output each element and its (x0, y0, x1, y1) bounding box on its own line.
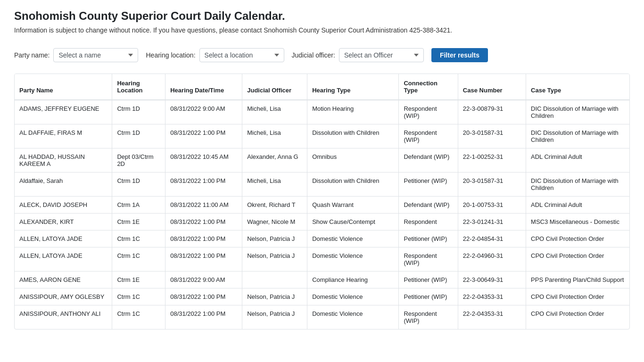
cell-case-type: CPO Civil Protection Order (526, 247, 629, 272)
cell-hearing-datetime: 08/31/2022 1:00 PM (165, 173, 242, 197)
judicial-officer-filter-group: Judicial officer: Select an Officer (292, 48, 424, 62)
cell-case-type: CPO Civil Protection Order (526, 288, 629, 305)
cell-hearing-datetime: 08/31/2022 9:00 AM (165, 272, 242, 288)
cell-hearing-type: Motion Hearing (307, 100, 399, 124)
cell-judicial-officer: Okrent, Richard T (242, 197, 307, 214)
cell-hearing-type: Compliance Hearing (307, 272, 399, 288)
filter-results-button[interactable]: Filter results (431, 48, 488, 62)
cell-case-number: 22-2-04854-31 (458, 230, 526, 247)
cell-connection-type: Petitioner (WIP) (399, 272, 458, 288)
cell-hearing-type: Quash Warrant (307, 197, 399, 214)
cell-hearing-location: Ctrm 1A (112, 197, 165, 214)
table-row: ANISSIPOUR, ANTHONY ALICtrm 1C08/31/2022… (15, 305, 629, 329)
hearing-location-filter-group: Hearing location: Select a location (146, 48, 284, 62)
cell-judicial-officer: Micheli, Lisa (242, 173, 307, 197)
cell-case-number: 22-2-04353-31 (458, 305, 526, 329)
cell-hearing-datetime: 08/31/2022 9:00 AM (165, 100, 242, 124)
cell-judicial-officer (242, 272, 307, 288)
cell-hearing-location: Ctrm 1D (112, 124, 165, 148)
cell-hearing-type: Omnibus (307, 148, 399, 173)
cell-party-name: AMES, AARON GENE (15, 272, 112, 288)
cell-case-number: 20-3-01587-31 (458, 124, 526, 148)
cell-case-type: DIC Dissolution of Marriage with Childre… (526, 173, 629, 197)
cell-judicial-officer: Micheli, Lisa (242, 124, 307, 148)
cell-hearing-type: Domestic Violence (307, 305, 399, 329)
cell-party-name: ALEXANDER, KIRT (15, 214, 112, 230)
cell-hearing-location: Ctrm 1C (112, 247, 165, 272)
party-name-select[interactable]: Select a name (53, 48, 138, 62)
cell-hearing-type: Domestic Violence (307, 247, 399, 272)
cell-party-name: ANISSIPOUR, ANTHONY ALI (15, 305, 112, 329)
cell-party-name: Aldaffaie, Sarah (15, 173, 112, 197)
cell-judicial-officer: Alexander, Anna G (242, 148, 307, 173)
header-party-name: Party Name (15, 74, 112, 100)
table-row: Aldaffaie, SarahCtrm 1D08/31/2022 1:00 P… (15, 173, 629, 197)
table-header-row: Party Name Hearing Location Hearing Date… (15, 74, 629, 100)
cell-connection-type: Respondent (WIP) (399, 247, 458, 272)
header-connection-type: Connection Type (399, 74, 458, 100)
cell-connection-type: Respondent (WIP) (399, 100, 458, 124)
cell-hearing-location: Ctrm 1D (112, 100, 165, 124)
cell-case-type: DIC Dissolution of Marriage with Childre… (526, 124, 629, 148)
cell-hearing-datetime: 08/31/2022 1:00 PM (165, 288, 242, 305)
table-row: ALLEN, LATOYA JADECtrm 1C08/31/2022 1:00… (15, 247, 629, 272)
cell-hearing-location: Ctrm 1C (112, 288, 165, 305)
cell-judicial-officer: Nelson, Patricia J (242, 247, 307, 272)
cell-case-type: ADL Criminal Adult (526, 148, 629, 173)
calendar-table-wrapper: Party Name Hearing Location Hearing Date… (14, 74, 630, 329)
cell-hearing-datetime: 08/31/2022 10:45 AM (165, 148, 242, 173)
cell-party-name: AL DAFFAIE, FIRAS M (15, 124, 112, 148)
hearing-location-select[interactable]: Select a location (199, 48, 284, 62)
cell-case-type: MSC3 Miscellaneous - Domestic (526, 214, 629, 230)
filter-bar: Party name: Select a name Hearing locati… (14, 48, 630, 62)
party-name-filter-group: Party name: Select a name (14, 48, 138, 62)
cell-case-number: 22-1-00252-31 (458, 148, 526, 173)
cell-connection-type: Defendant (WIP) (399, 197, 458, 214)
cell-hearing-type: Dissolution with Children (307, 124, 399, 148)
table-row: ANISSIPOUR, AMY OGLESBYCtrm 1C08/31/2022… (15, 288, 629, 305)
cell-connection-type: Petitioner (WIP) (399, 230, 458, 247)
table-row: ALECK, DAVID JOSEPHCtrm 1A08/31/2022 11:… (15, 197, 629, 214)
cell-hearing-location: Ctrm 1E (112, 272, 165, 288)
cell-case-number: 20-3-01587-31 (458, 173, 526, 197)
cell-hearing-datetime: 08/31/2022 1:00 PM (165, 247, 242, 272)
header-judicial-officer: Judicial Officer (242, 74, 307, 100)
calendar-table: Party Name Hearing Location Hearing Date… (15, 74, 629, 329)
cell-connection-type: Respondent (WIP) (399, 124, 458, 148)
table-row: ALLEN, LATOYA JADECtrm 1C08/31/2022 1:00… (15, 230, 629, 247)
cell-hearing-type: Domestic Violence (307, 230, 399, 247)
cell-judicial-officer: Wagner, Nicole M (242, 214, 307, 230)
table-row: ALEXANDER, KIRTCtrm 1E08/31/2022 1:00 PM… (15, 214, 629, 230)
cell-judicial-officer: Nelson, Patricia J (242, 305, 307, 329)
cell-hearing-type: Show Cause/Contempt (307, 214, 399, 230)
hearing-location-label: Hearing location: (146, 51, 195, 59)
table-row: AL HADDAD, HUSSAIN KAREEM ADept 03/Ctrm … (15, 148, 629, 173)
cell-party-name: ALLEN, LATOYA JADE (15, 230, 112, 247)
cell-party-name: AL HADDAD, HUSSAIN KAREEM A (15, 148, 112, 173)
judicial-officer-select[interactable]: Select an Officer (339, 48, 424, 62)
cell-case-type: PPS Parenting Plan/Child Support (526, 272, 629, 288)
cell-connection-type: Petitioner (WIP) (399, 288, 458, 305)
cell-case-type: DIC Dissolution of Marriage with Childre… (526, 100, 629, 124)
cell-connection-type: Respondent (WIP) (399, 305, 458, 329)
cell-case-type: CPO Civil Protection Order (526, 230, 629, 247)
cell-case-number: 22-3-00879-31 (458, 100, 526, 124)
cell-party-name: ALECK, DAVID JOSEPH (15, 197, 112, 214)
cell-connection-type: Petitioner (WIP) (399, 173, 458, 197)
page-subtitle: Information is subject to change without… (14, 26, 630, 34)
cell-hearing-datetime: 08/31/2022 1:00 PM (165, 305, 242, 329)
cell-hearing-type: Domestic Violence (307, 288, 399, 305)
cell-case-number: 20-1-00753-31 (458, 197, 526, 214)
cell-hearing-datetime: 08/31/2022 1:00 PM (165, 124, 242, 148)
header-hearing-type: Hearing Type (307, 74, 399, 100)
cell-judicial-officer: Nelson, Patricia J (242, 230, 307, 247)
cell-party-name: ADAMS, JEFFREY EUGENE (15, 100, 112, 124)
cell-hearing-location: Ctrm 1E (112, 214, 165, 230)
header-hearing-datetime: Hearing Date/Time (165, 74, 242, 100)
cell-hearing-type: Dissolution with Children (307, 173, 399, 197)
cell-hearing-location: Dept 03/Ctrm 2D (112, 148, 165, 173)
cell-hearing-datetime: 08/31/2022 1:00 PM (165, 214, 242, 230)
table-row: ADAMS, JEFFREY EUGENECtrm 1D08/31/2022 9… (15, 100, 629, 124)
header-hearing-location: Hearing Location (112, 74, 165, 100)
table-row: AMES, AARON GENECtrm 1E08/31/2022 9:00 A… (15, 272, 629, 288)
